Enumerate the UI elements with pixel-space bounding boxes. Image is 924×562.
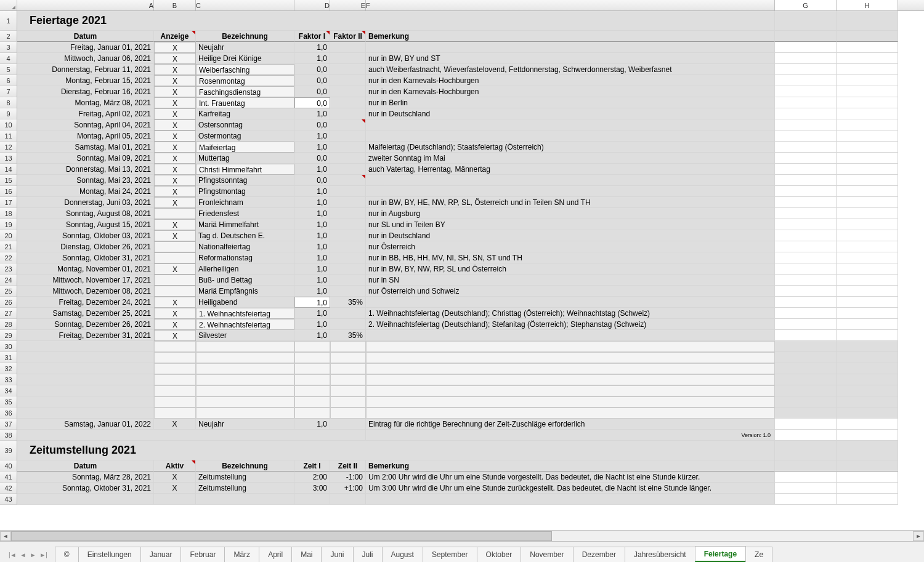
cell[interactable]: X (154, 319, 196, 330)
cell[interactable]: Silvester (196, 330, 294, 341)
cell[interactable] (837, 407, 898, 419)
cell[interactable]: Maifeiertag (196, 142, 294, 153)
cell[interactable]: zweiter Sonntag im Mai (366, 153, 775, 164)
row-header[interactable]: 16 (0, 186, 17, 197)
cell[interactable] (837, 430, 898, 441)
cell[interactable]: 1,0 (294, 130, 330, 142)
row-header[interactable]: 12 (0, 142, 17, 153)
cell[interactable]: 1,0 (294, 297, 330, 308)
cell[interactable] (196, 374, 294, 385)
cell[interactable]: Heiligabend (196, 297, 294, 308)
cell[interactable]: Buß- und Bettag (196, 275, 294, 286)
cell[interactable] (294, 407, 330, 419)
cell[interactable]: Montag, November 01, 2021 (17, 263, 154, 275)
cell[interactable]: 2. Weihnachtsfeiertag (196, 319, 294, 330)
cell[interactable] (837, 263, 898, 275)
cell[interactable] (775, 119, 837, 130)
cell[interactable] (775, 164, 837, 175)
cell[interactable]: nur Österreich (366, 241, 775, 252)
cell[interactable] (837, 175, 898, 186)
cell[interactable]: 1,0 (294, 53, 330, 64)
cell[interactable] (294, 494, 330, 505)
cell[interactable] (17, 430, 366, 441)
cell[interactable]: Donnerstag, Mai 13, 2021 (17, 164, 154, 175)
cell[interactable]: Karfreitag (196, 108, 294, 119)
cell[interactable]: 1,0 (294, 197, 330, 208)
cell[interactable] (775, 472, 837, 483)
cell[interactable]: X (154, 330, 196, 341)
cell[interactable] (154, 341, 196, 352)
cell[interactable]: nur in den Karnevals-Hochburgen (366, 86, 775, 97)
sheet-tab-juni[interactable]: Juni (321, 547, 353, 562)
cell[interactable] (330, 208, 366, 219)
row-header[interactable]: 25 (0, 286, 17, 297)
horizontal-scrollbar[interactable]: ◄ ► (0, 530, 924, 541)
cell[interactable] (837, 396, 898, 407)
cell[interactable] (837, 352, 898, 363)
cell[interactable]: Samstag, Januar 01, 2022 (17, 419, 154, 430)
cell[interactable]: nur in BW, BY und ST (366, 53, 775, 64)
row-header[interactable]: 41 (0, 472, 17, 483)
cell[interactable]: Bezeichnung (196, 31, 294, 42)
sheet-tab-dezember[interactable]: Dezember (573, 547, 625, 562)
cell[interactable]: 1,0 (294, 164, 330, 175)
cell[interactable] (330, 86, 366, 97)
scroll-right-button[interactable]: ► (913, 531, 924, 541)
cell[interactable] (775, 241, 837, 252)
cell[interactable] (837, 208, 898, 219)
row-header[interactable]: 3 (0, 42, 17, 53)
cell[interactable] (775, 108, 837, 119)
cell[interactable] (775, 31, 837, 42)
cell[interactable] (837, 64, 898, 75)
cell[interactable] (154, 286, 196, 297)
row-header[interactable]: 42 (0, 483, 17, 494)
cell[interactable]: Sonntag, Oktober 31, 2021 (17, 252, 154, 263)
cell[interactable] (837, 97, 898, 108)
cell[interactable] (294, 363, 330, 374)
cell[interactable] (196, 396, 294, 407)
row-header[interactable]: 10 (0, 119, 17, 130)
row-header[interactable]: 28 (0, 319, 17, 330)
cell[interactable]: Montag, März 08, 2021 (17, 97, 154, 108)
cell[interactable]: Eintrag für die richtige Berechnung der … (366, 419, 775, 430)
cell[interactable] (330, 286, 366, 297)
cell[interactable] (330, 75, 366, 86)
cell[interactable] (330, 197, 366, 208)
cell[interactable] (154, 208, 196, 219)
cell[interactable]: Zeit II (330, 460, 366, 472)
cell[interactable]: Neujahr (196, 419, 294, 430)
row-header[interactable]: 36 (0, 407, 17, 419)
cell[interactable] (330, 142, 366, 153)
sheet-tab-april[interactable]: April (259, 547, 292, 562)
cell[interactable] (775, 42, 837, 53)
cell[interactable]: Nationalfeiertag (196, 241, 294, 252)
cell[interactable] (366, 494, 775, 505)
row-header[interactable]: 19 (0, 219, 17, 230)
cell[interactable] (330, 308, 366, 319)
cell[interactable]: X (154, 153, 196, 164)
cell[interactable] (196, 385, 294, 396)
cell[interactable] (17, 396, 154, 407)
cell[interactable]: Faktor II (330, 31, 366, 42)
cell[interactable]: Maifeiertag (Deutschland); Staatsfeierta… (366, 142, 775, 153)
cell[interactable]: Ostersonntag (196, 119, 294, 130)
cell[interactable]: Sonntag, Mai 23, 2021 (17, 175, 154, 186)
row-header[interactable]: 24 (0, 275, 17, 286)
cell[interactable] (330, 175, 366, 186)
cell[interactable] (837, 441, 898, 460)
cell[interactable]: 1,0 (294, 252, 330, 263)
cell[interactable]: 1. Weihnachtsfeiertag (Deutschland); Chr… (366, 308, 775, 319)
cell[interactable] (330, 396, 366, 407)
cell[interactable] (330, 407, 366, 419)
cell[interactable]: Weiberfasching (196, 64, 294, 75)
cell[interactable] (330, 53, 366, 64)
row-header[interactable]: 33 (0, 374, 17, 385)
row-header[interactable]: 27 (0, 308, 17, 319)
cell[interactable] (775, 430, 837, 441)
cell[interactable] (294, 396, 330, 407)
cell[interactable]: Int. Frauentag (196, 97, 294, 108)
cell[interactable]: Anzeige (154, 31, 196, 42)
cell[interactable] (17, 352, 154, 363)
cell[interactable] (775, 11, 837, 31)
sheet-tab-november[interactable]: November (521, 547, 573, 562)
